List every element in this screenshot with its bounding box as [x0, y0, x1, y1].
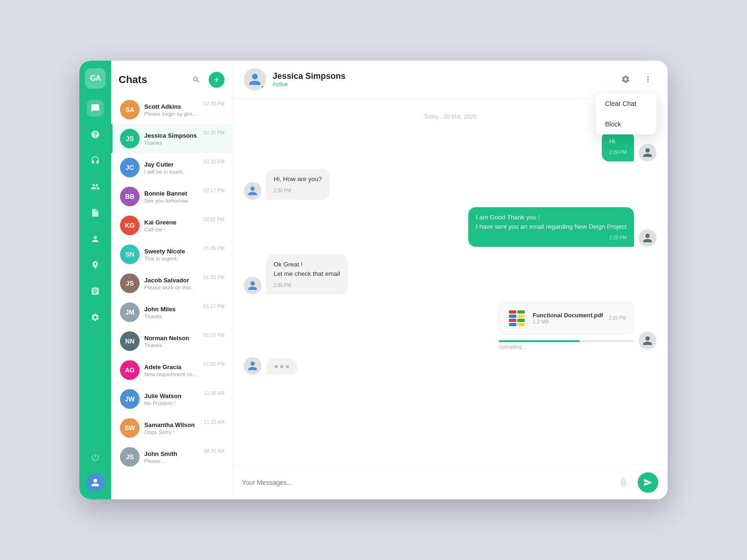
attach-button[interactable] [614, 474, 632, 491]
more-options-button[interactable] [640, 71, 656, 88]
messages-area: Today , 30 Mar, 2020 Hi 2:29 PM Hi, How … [233, 98, 668, 465]
chat-item-time: 01:10 PM [204, 332, 225, 338]
message-bubble-incoming: Hi, How are you? 2:30 PM [266, 169, 330, 199]
chat-list-item[interactable]: JS Jessica Simpsons Thanks 02:30 PM [111, 124, 232, 153]
chat-list-item[interactable]: AG Adele Gracia New requirement comes...… [111, 356, 232, 385]
chat-item-info: Jay Cutler I will be in touch. [144, 161, 200, 175]
message-input-area [233, 465, 668, 499]
chat-item-info: Adele Gracia New requirement comes... [144, 364, 200, 377]
message-bubble-outgoing: Hi 2:29 PM [602, 131, 634, 161]
chat-item-time: 01:02 PM [204, 361, 225, 367]
file-icon [507, 308, 527, 329]
nav-icon-power[interactable] [87, 449, 104, 466]
chat-item-time: 01:17 PM [204, 303, 225, 309]
chat-header-info: Jessica Simpsons Active [273, 71, 617, 88]
chat-item-avatar: JW [120, 389, 140, 409]
chat-item-info: Bonnie Bannet See you tomorrow [144, 190, 200, 203]
nav-icon-person[interactable] [87, 231, 104, 247]
outgoing-user-avatar [639, 144, 656, 161]
nav-icon-location[interactable] [87, 257, 104, 273]
chat-item-preview: Thanks [144, 140, 200, 146]
outgoing-user-avatar [639, 332, 656, 350]
message-time: 2:29 PM [609, 149, 627, 156]
nav-icon-headset[interactable] [87, 152, 104, 169]
chat-list-item[interactable]: JW Julie Watson No Problem ! 11:30 AM [111, 385, 232, 413]
message-row-typing [244, 357, 656, 375]
message-row-outgoing: Hi 2:29 PM [244, 131, 656, 161]
incoming-user-avatar [244, 182, 261, 200]
nav-icon-chat[interactable] [87, 100, 104, 117]
chat-item-avatar: NN [120, 331, 140, 351]
typing-dot-2 [280, 365, 283, 368]
chat-list-item[interactable]: KG Kai Greene Call me ! 02:01 PM [111, 211, 232, 240]
chat-item-name: Bonnie Bannet [144, 190, 200, 197]
search-button[interactable] [189, 72, 204, 87]
message-bubble-incoming: Ok Great !Let me check that email 2:30 P… [266, 254, 348, 294]
chat-item-preview: I will be in touch. [144, 169, 200, 175]
chat-item-time: 01:33 PM [204, 274, 225, 280]
nav-icon-settings[interactable] [87, 309, 104, 326]
chat-header-actions [617, 71, 656, 88]
header-actions: + [189, 72, 225, 88]
chat-list-item[interactable]: SW Samantha Wilson Oops Sorry ! 11:15 AM [111, 413, 232, 442]
outgoing-user-avatar [639, 229, 656, 247]
chat-item-info: John Miles Thanks [144, 306, 200, 319]
chat-item-info: Norman Nelson Thanks [144, 335, 200, 348]
chat-list-panel: Chats + SA Scott Adkins Please begin by … [111, 61, 233, 499]
chat-list-header: Chats + [111, 61, 232, 95]
chat-item-name: Kai Greene [144, 219, 200, 226]
add-chat-button[interactable]: + [209, 72, 225, 88]
chat-item-preview: Thanks [144, 314, 200, 319]
chat-item-time: 02:30 PM [204, 101, 225, 106]
chat-item-avatar: SA [120, 100, 140, 119]
send-button[interactable] [638, 472, 658, 493]
chat-item-name: Samantha Wilson [144, 421, 200, 428]
chat-list-item[interactable]: NN Norman Nelson Thanks 01:10 PM [111, 327, 232, 356]
settings-icon-button[interactable] [617, 71, 634, 88]
chat-item-info: Samantha Wilson Oops Sorry ! [144, 421, 200, 435]
incoming-user-avatar [244, 277, 261, 294]
chat-header-status: Active [273, 81, 617, 88]
chat-item-avatar: JS [120, 129, 140, 148]
chat-item-avatar: JS [120, 273, 140, 293]
chat-list-item[interactable]: JS John Smith Please... 08:30 AM [111, 442, 232, 471]
chat-list-item[interactable]: JM John Miles Thanks 01:17 PM [111, 298, 232, 327]
message-row-incoming: Hi, How are you? 2:30 PM [244, 169, 656, 199]
chat-item-info: Jacob Salvador Please work on this. [144, 277, 200, 290]
dropdown-item-block[interactable]: Block [596, 114, 656, 134]
message-time: 2:29 PM [476, 234, 627, 241]
chat-header: Jessica Simpsons Active Clear ChatBlock [233, 61, 668, 98]
chat-item-preview: Oops Sorry ! [144, 429, 200, 435]
chat-item-info: Jessica Simpsons Thanks [144, 132, 200, 146]
nav-icon-help[interactable] [87, 126, 104, 143]
chat-item-preview: Please... [144, 458, 200, 464]
chat-item-avatar: JS [120, 447, 140, 467]
chat-item-info: Julie Watson No Problem ! [144, 392, 200, 406]
chat-item-info: Scott Adkins Please begin by giving ... [144, 103, 200, 117]
chat-item-info: John Smith Please... [144, 450, 200, 464]
chat-item-avatar: JC [120, 158, 140, 177]
chat-item-preview: See you tomorrow [144, 198, 200, 203]
message-row-file: Functional Document.pdf 1.2 MB 2:29 PM U… [244, 302, 656, 350]
chat-item-name: Jessica Simpsons [144, 132, 200, 139]
chat-list-item[interactable]: JC Jay Cutler I will be in touch. 02:20 … [111, 153, 232, 182]
current-user-avatar[interactable] [86, 473, 105, 492]
nav-icon-groups[interactable] [87, 178, 104, 195]
chat-item-avatar: AG [120, 360, 140, 380]
app-container: GA [79, 61, 668, 499]
nav-icon-document[interactable] [87, 204, 104, 221]
chat-list-item[interactable]: SA Scott Adkins Please begin by giving .… [111, 95, 232, 124]
chat-item-avatar: JM [120, 302, 140, 322]
message-bubble-outgoing: I am Good Thank you !I have sent you an … [468, 207, 634, 247]
nav-icon-clipboard[interactable] [87, 283, 104, 300]
chat-item-avatar: SN [120, 245, 140, 264]
typing-indicator [266, 358, 297, 375]
chat-item-name: John Miles [144, 306, 200, 313]
chat-list-item[interactable]: JS Jacob Salvador Please work on this. 0… [111, 269, 232, 298]
message-time: 2:30 PM [274, 187, 322, 194]
nav-bottom [86, 449, 105, 492]
chat-list-item[interactable]: BB Bonnie Bannet See you tomorrow 02:17 … [111, 182, 232, 211]
message-input[interactable] [242, 479, 609, 486]
dropdown-item-clear[interactable]: Clear Chat [596, 93, 656, 114]
chat-list-item[interactable]: SN Sweety Nicole This is urgent. 01:45 P… [111, 240, 232, 269]
